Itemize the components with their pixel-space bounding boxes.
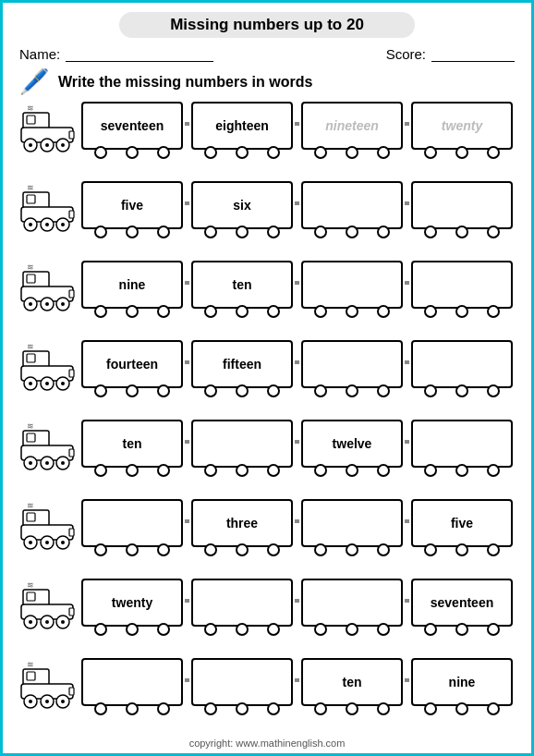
- svg-rect-24: [27, 274, 35, 283]
- svg-point-63: [45, 541, 49, 544]
- wheel: [346, 146, 358, 159]
- wheel: [377, 146, 390, 159]
- train-row: ≋ ten twelve: [19, 420, 515, 482]
- wheel: [346, 702, 358, 715]
- wheel: [267, 623, 280, 636]
- train-car-wrapper: [411, 181, 513, 229]
- car-label: five: [119, 196, 145, 214]
- wheels-bar: [303, 146, 401, 159]
- car-label: three: [225, 514, 260, 532]
- wheel: [94, 384, 107, 397]
- wheel: [157, 464, 170, 477]
- train-row: ≋ three five: [19, 499, 515, 562]
- wheel: [314, 623, 327, 636]
- wheel: [424, 305, 437, 318]
- train-engine: ≋: [19, 261, 77, 316]
- wheels-bar: [193, 702, 291, 715]
- train-car: twelve: [301, 420, 403, 468]
- wheel: [314, 464, 327, 477]
- train-engine: ≋: [19, 420, 77, 475]
- wheel: [126, 305, 139, 318]
- wheel: [314, 384, 327, 397]
- svg-rect-2: [27, 116, 35, 124]
- car-label: ten: [121, 434, 144, 453]
- wheel: [377, 623, 390, 636]
- svg-point-41: [45, 382, 49, 385]
- car-connector: [405, 360, 409, 364]
- train-car-wrapper: seventeen: [81, 102, 183, 150]
- train-car-wrapper: eighteen: [191, 102, 293, 150]
- train-car-wrapper: [301, 261, 403, 309]
- train-engine: ≋: [19, 181, 77, 237]
- wheel: [267, 226, 280, 238]
- wheels-bar: [83, 226, 181, 238]
- train-car-wrapper: five: [411, 499, 513, 547]
- train-car-wrapper: ten: [191, 261, 293, 309]
- train-car-wrapper: [301, 181, 403, 229]
- train-car-wrapper: seventeen: [411, 579, 513, 627]
- train-car: five: [81, 181, 183, 229]
- train-row: ≋ nineten: [19, 261, 515, 323]
- train-car-wrapper: [191, 420, 293, 468]
- car-connector: [295, 122, 299, 126]
- wheel: [314, 226, 327, 238]
- train-car: ten: [301, 658, 403, 706]
- wheel: [424, 464, 437, 477]
- svg-point-87: [61, 700, 65, 703]
- wheel: [346, 464, 358, 477]
- wheel: [346, 384, 358, 397]
- car-label: ten: [231, 275, 254, 294]
- train-car-wrapper: fourteen: [81, 340, 183, 388]
- train-car: [301, 181, 403, 229]
- wheel: [314, 702, 327, 715]
- wheels-bar: [83, 702, 181, 715]
- wheels-bar: [193, 226, 291, 238]
- train-engine: ≋: [19, 499, 77, 555]
- wheels-bar: [193, 384, 291, 397]
- wheels-bar: [413, 146, 511, 159]
- wheel: [424, 702, 437, 715]
- wheel: [455, 464, 468, 477]
- wheel: [94, 702, 107, 715]
- wheel: [94, 464, 107, 477]
- train-car-wrapper: [411, 261, 513, 309]
- wheel: [157, 146, 170, 159]
- car-connector: [405, 201, 409, 205]
- wheel: [236, 702, 249, 715]
- wheel: [346, 226, 358, 238]
- wheel: [126, 464, 139, 477]
- score-label: Score:: [386, 46, 426, 62]
- copyright: copyright: www.mathinenglish.com: [19, 738, 515, 749]
- wheel: [377, 384, 390, 397]
- wheel: [487, 464, 500, 477]
- wheel: [424, 623, 437, 636]
- svg-point-50: [29, 461, 32, 465]
- train-car-wrapper: twenty: [411, 102, 513, 150]
- wheel: [314, 305, 327, 318]
- car-label: six: [231, 196, 252, 214]
- svg-rect-59: [69, 529, 74, 536]
- car-label: [460, 283, 464, 287]
- wheel: [94, 146, 107, 159]
- train-car-wrapper: [191, 658, 293, 706]
- name-score-row: Name: Score:: [19, 45, 515, 62]
- car-connector: [185, 122, 189, 126]
- svg-text:≋: ≋: [27, 501, 34, 510]
- svg-point-28: [29, 302, 32, 306]
- svg-rect-68: [27, 592, 35, 601]
- wheel: [236, 384, 249, 397]
- wheel: [487, 305, 500, 318]
- wheel: [455, 226, 468, 238]
- train-car: [411, 261, 513, 309]
- train-car-wrapper: ten: [81, 420, 183, 468]
- car-connector: [405, 519, 409, 523]
- car-label: [460, 362, 464, 366]
- car-label: seventeen: [99, 116, 165, 135]
- train-car-wrapper: nineteen: [301, 102, 403, 150]
- wheel: [267, 146, 280, 159]
- car-label: nineteen: [323, 116, 381, 135]
- train-car: fifteen: [191, 340, 293, 388]
- train-car: [191, 420, 293, 468]
- train-car-wrapper: fifteen: [191, 340, 293, 388]
- car-label: ten: [341, 673, 364, 691]
